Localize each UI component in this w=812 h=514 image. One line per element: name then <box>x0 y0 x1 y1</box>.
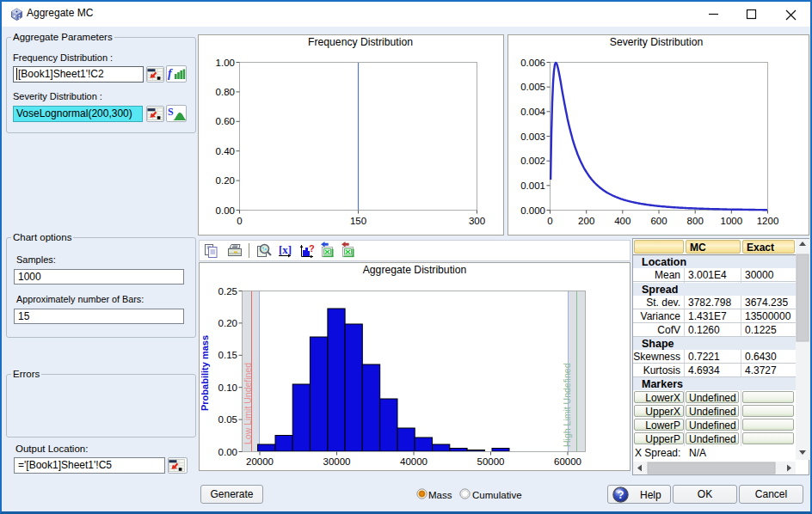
svg-text:0.20: 0.20 <box>216 175 235 186</box>
svg-text:0.00: 0.00 <box>218 447 237 457</box>
svg-text:1000: 1000 <box>721 216 743 226</box>
svg-text:0.20: 0.20 <box>218 318 237 328</box>
svg-text:0.00: 0.00 <box>216 205 235 216</box>
svg-text:S: S <box>168 106 174 118</box>
svg-text:Low Limit Undefined: Low Limit Undefined <box>243 363 253 444</box>
svg-text:800: 800 <box>687 216 704 226</box>
svg-text:0: 0 <box>237 216 242 226</box>
svg-text:0.05: 0.05 <box>218 414 237 425</box>
svg-text:20000: 20000 <box>246 456 274 467</box>
svg-text:0.000: 0.000 <box>520 205 545 216</box>
svg-text:50000: 50000 <box>477 456 505 467</box>
svg-text:?: ? <box>309 243 315 254</box>
svg-text:0.004: 0.004 <box>520 107 545 117</box>
svg-text:0.80: 0.80 <box>216 87 235 97</box>
svg-text:0.006: 0.006 <box>520 58 545 68</box>
svg-text:0.001: 0.001 <box>520 181 545 191</box>
svg-text:1200: 1200 <box>757 216 779 226</box>
svg-text:?: ? <box>618 488 624 501</box>
svg-text:Frequency Distribution: Frequency Distribution <box>308 36 413 48</box>
svg-text:[x]: [x] <box>279 243 292 256</box>
svg-text:0.003: 0.003 <box>520 132 545 142</box>
svg-text:0.25: 0.25 <box>218 286 237 297</box>
svg-text:0.005: 0.005 <box>520 82 545 92</box>
svg-text:1.00: 1.00 <box>216 58 235 68</box>
svg-text:30000: 30000 <box>323 456 351 467</box>
svg-text:Severity Distribution: Severity Distribution <box>610 36 703 48</box>
svg-text:60000: 60000 <box>554 456 581 467</box>
svg-text:0.40: 0.40 <box>216 146 235 156</box>
svg-text:f: f <box>168 67 173 80</box>
svg-text:Aggregate Distribution: Aggregate Distribution <box>363 264 467 276</box>
svg-text:0.15: 0.15 <box>218 350 237 360</box>
svg-text:150: 150 <box>350 216 366 226</box>
svg-text:40000: 40000 <box>400 456 428 467</box>
svg-text:400: 400 <box>614 216 631 226</box>
svg-text:600: 600 <box>650 216 667 226</box>
svg-text:0.60: 0.60 <box>216 116 235 126</box>
svg-text:200: 200 <box>578 216 594 226</box>
svg-text:0: 0 <box>547 216 552 226</box>
svg-text:0.002: 0.002 <box>520 156 545 166</box>
svg-text:Probability mass: Probability mass <box>200 335 210 411</box>
svg-text:0.10: 0.10 <box>218 382 237 393</box>
svg-text:High Limit Undefined: High Limit Undefined <box>562 363 572 447</box>
svg-text:300: 300 <box>469 216 485 226</box>
